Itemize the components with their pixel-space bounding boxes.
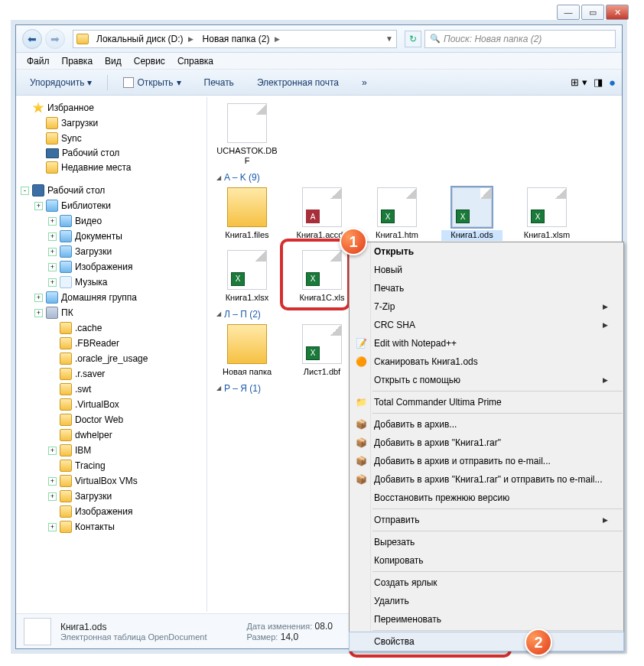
tree-item[interactable]: .cache [21,320,207,336]
menu-item-label: Удалить [374,596,409,606]
minimize-button[interactable]: — [557,5,580,20]
tree-item[interactable]: .FBReader [21,336,207,351]
context-menu-item[interactable]: Переименовать [350,610,623,629]
context-menu-item[interactable]: Новый [350,261,623,279]
tree-item[interactable]: +Музыка [21,275,207,290]
tree-item[interactable]: Изображения [21,504,207,519]
tree-label: Sync [61,133,82,144]
context-menu-item[interactable]: 📝Edit with Notepad++ [350,334,623,352]
tree-item[interactable]: +Загрузки [21,244,207,259]
expand-icon[interactable]: + [48,217,57,226]
context-menu-item[interactable]: 📦Добавить в архив... [350,415,623,434]
context-menu-item[interactable]: 🟠Сканировать Книга1.ods [350,352,623,371]
menu-help[interactable]: Справка [171,54,220,68]
search-input[interactable]: Поиск: Новая папка (2) [424,30,616,48]
tree-item[interactable]: +Документы [21,229,207,244]
tree-item[interactable]: +ПК [21,305,207,320]
help-icon[interactable]: ● [609,76,616,89]
tree-item[interactable]: +VirtualBox VMs [21,473,207,489]
more-button[interactable]: » [354,74,375,91]
file-item[interactable]: XКнига1.xlsm [516,187,577,240]
expand-icon[interactable]: + [34,202,43,210]
tree-item[interactable]: +Изображения [21,259,207,275]
context-menu-item[interactable]: CRC SHA▶ [350,316,623,334]
tree-item[interactable]: +Домашняя группа [21,290,207,305]
tree-item[interactable]: +Загрузки [21,489,207,504]
tree-item[interactable]: .r.saver [21,366,207,382]
tree-item[interactable]: Sync [21,131,207,146]
file-item[interactable]: Новая папка [216,324,278,377]
file-item[interactable]: XКнига1.htm [366,187,428,240]
context-menu-item[interactable]: Печать [350,279,623,297]
expand-icon[interactable]: + [48,278,57,287]
tree-item[interactable]: +Библиотеки [21,198,207,213]
tree-item[interactable]: +Видео [21,213,207,229]
expand-icon[interactable]: + [48,232,57,241]
context-menu-item[interactable]: 📁Total Commander Ultima Prime [350,393,623,411]
expand-icon[interactable]: + [48,248,57,256]
organize-button[interactable]: Упорядочить ▾ [22,74,99,91]
print-button[interactable]: Печать [197,74,242,91]
tree-item[interactable]: .oracle_jre_usage [21,351,207,366]
tree-item[interactable]: Doctor Web [21,412,207,427]
maximize-button[interactable]: ▭ [581,5,604,20]
view-icon[interactable]: ⊞ ▾ [571,76,587,88]
expand-icon[interactable]: + [34,294,43,302]
tree-item[interactable]: Недавние места [21,160,207,175]
context-menu-item[interactable]: Открыть [350,242,623,261]
menu-view[interactable]: Вид [99,54,128,68]
tree-item[interactable]: +IBM [21,443,207,458]
file-item[interactable]: XКнига1C.xls [291,250,353,303]
context-menu-item[interactable]: Отправить▶ [350,511,623,529]
file-item[interactable]: XЛист1.dbf [291,324,353,377]
back-button[interactable]: ⬅ [22,29,42,49]
file-item[interactable]: XКнига1.ods [441,187,503,240]
expand-icon[interactable]: + [48,477,57,486]
tree-item[interactable]: dwhelper [21,427,207,443]
expand-icon[interactable]: - [21,187,29,195]
tree-item[interactable]: Рабочий стол [21,146,207,160]
menu-tools[interactable]: Сервис [128,54,171,68]
context-menu[interactable]: ОткрытьНовыйПечать7-Zip▶CRC SHA▶📝Edit wi… [349,242,624,651]
folder-icon [76,34,89,44]
open-button[interactable]: Открыть ▾ [115,74,188,91]
forward-button[interactable]: ➡ [45,29,65,49]
context-menu-item[interactable]: Восстановить прежнюю версию [350,489,623,507]
file-item[interactable]: UCHASTOK.DBF [216,103,278,166]
context-menu-item[interactable]: Свойства [350,632,623,651]
file-item[interactable]: XКнига1.xlsx [216,250,278,303]
context-menu-item[interactable]: Создать ярлык [350,573,623,592]
file-item[interactable]: Книга1.files [216,187,278,240]
group-header[interactable]: A – K (9) [216,172,613,183]
nav-tree[interactable]: ИзбранноеЗагрузкиSyncРабочий столНедавни… [16,97,207,612]
context-menu-item[interactable]: 📦Добавить в архив и отправить по e-mail.… [350,452,623,470]
tree-item[interactable]: Tracing [21,458,207,473]
expand-icon[interactable]: + [48,447,57,455]
close-button[interactable]: ✕ [606,5,629,20]
expand-icon[interactable]: + [48,263,57,271]
expand-icon[interactable]: + [48,492,57,501]
context-menu-item[interactable]: 📦Добавить в архив "Книга1.rar" [350,434,623,452]
context-menu-item[interactable]: 📦Добавить в архив "Книга1.rar" и отправи… [350,470,623,489]
context-menu-item[interactable]: Вырезать [350,533,623,551]
tree-item[interactable]: .swt [21,382,207,397]
email-button[interactable]: Электронная почта [249,74,346,91]
breadcrumb[interactable]: Новая папка (2)▶ [198,34,285,44]
context-menu-item[interactable]: Удалить [350,592,623,610]
preview-pane-icon[interactable]: ◨ [594,76,603,88]
context-menu-item[interactable]: Копировать [350,551,623,570]
address-bar[interactable]: Локальный диск (D:)▶ Новая папка (2)▶ ▼ [73,30,397,48]
tree-item[interactable]: .VirtualBox [21,397,207,412]
context-menu-item[interactable]: Открыть с помощью▶ [350,371,623,389]
menu-file[interactable]: Файл [21,54,56,68]
refresh-button[interactable]: ↻ [405,31,421,47]
context-menu-item[interactable]: 7-Zip▶ [350,297,623,316]
menu-edit[interactable]: Правка [56,54,99,68]
expand-icon[interactable]: + [48,523,57,531]
tree-item[interactable]: Загрузки [21,115,207,131]
tree-item[interactable]: -Рабочий стол [21,183,207,198]
breadcrumb[interactable]: Локальный диск (D:)▶ [92,34,198,44]
expand-icon[interactable]: + [34,309,43,317]
tree-item[interactable]: Избранное [21,100,207,115]
tree-item[interactable]: +Контакты [21,519,207,534]
